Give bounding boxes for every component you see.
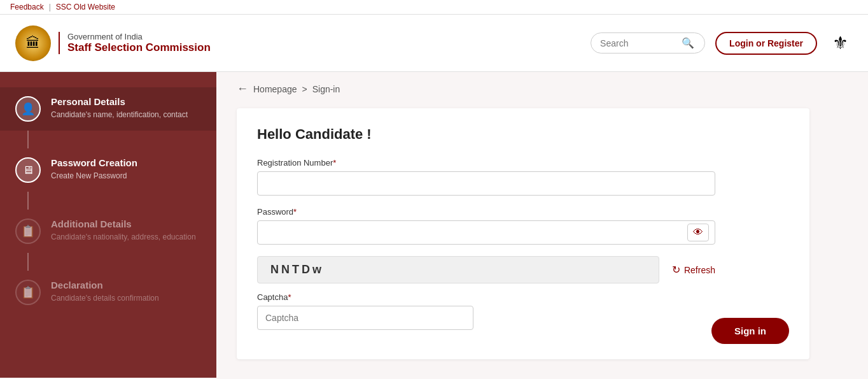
step-personal-title: Personal Details (51, 96, 201, 107)
password-wrapper: 👁 (257, 220, 715, 245)
logo-text: Government of India Staff Selection Comm… (59, 32, 211, 54)
sign-in-button[interactable]: Sign in (711, 318, 789, 344)
step-additional-title: Additional Details (51, 218, 201, 229)
connector-2 (27, 192, 29, 210)
step-declaration-icon: 📋 (15, 280, 41, 305)
password-input[interactable] (257, 220, 715, 245)
eye-icon: 👁 (693, 227, 703, 238)
refresh-icon: ↻ (672, 264, 680, 276)
captcha-input[interactable] (257, 306, 473, 330)
password-required: * (293, 207, 297, 217)
step-password-icon: 🖥 (15, 157, 41, 183)
step-declaration-subtitle: Candidate's details confirmation (51, 293, 201, 304)
registration-required: * (333, 158, 336, 168)
registration-input[interactable] (257, 171, 715, 196)
step-additional-details: 📋 Additional Details Candidate's nationa… (0, 210, 216, 253)
header-right: 🔍 Login or Register ⚜ (591, 27, 853, 59)
breadcrumb-current: Sign-in (312, 84, 340, 94)
step-additional-content: Additional Details Candidate's nationali… (51, 218, 201, 243)
step-password-creation[interactable]: 🖥 Password Creation Create New Password (0, 148, 216, 192)
step-personal-subtitle: Candidate's name, identification, contac… (51, 110, 201, 120)
registration-label: Registration Number* (257, 158, 789, 168)
ssc-emblem: 🏛 (15, 25, 51, 61)
step-additional-icon: 📋 (15, 218, 41, 244)
step-declaration-content: Declaration Candidate's details confirma… (51, 280, 201, 304)
logo-section: 🏛 Government of India Staff Selection Co… (15, 25, 211, 61)
login-register-button[interactable]: Login or Register (715, 32, 817, 55)
ashoka-emblem: ⚜ (827, 27, 853, 59)
registration-group: Registration Number* (257, 158, 789, 196)
step-password-title: Password Creation (51, 157, 201, 168)
step-password-content: Password Creation Create New Password (51, 157, 201, 182)
main-layout: 👤 Personal Details Candidate's name, ide… (0, 72, 868, 378)
content-area: ← Homepage > Sign-in Hello Candidate ! R… (216, 72, 868, 378)
commission-label: Staff Selection Commission (67, 41, 211, 54)
utility-separator: | (49, 3, 51, 11)
refresh-captcha-button[interactable]: ↻ Refresh (672, 264, 715, 276)
password-label: Password* (257, 207, 789, 217)
sidebar: 👤 Personal Details Candidate's name, ide… (0, 72, 216, 378)
step-additional-subtitle: Candidate's nationality, address, educat… (51, 232, 201, 243)
password-group: Password* 👁 (257, 207, 789, 245)
connector-3 (27, 253, 29, 271)
connector-1 (27, 131, 29, 148)
captcha-group: Captcha* (257, 292, 789, 330)
utility-bar: Feedback | SSC Old Website (0, 0, 868, 15)
captcha-required: * (288, 292, 291, 302)
captcha-display: NNTDw (257, 256, 659, 283)
breadcrumb-separator: > (302, 84, 307, 94)
step-declaration-title: Declaration (51, 280, 201, 290)
toggle-password-button[interactable]: 👁 (687, 224, 709, 241)
captcha-display-row: NNTDw ↻ Refresh (257, 256, 715, 283)
form-title: Hello Candidate ! (257, 126, 789, 143)
signin-form-card: Hello Candidate ! Registration Number* P… (237, 108, 809, 359)
homepage-link[interactable]: Homepage (253, 84, 297, 94)
header: 🏛 Government of India Staff Selection Co… (0, 15, 868, 72)
search-box[interactable]: 🔍 (591, 32, 705, 54)
gov-label: Government of India (67, 32, 211, 41)
step-password-subtitle: Create New Password (51, 171, 201, 182)
feedback-link[interactable]: Feedback (10, 3, 44, 11)
search-icon: 🔍 (682, 37, 694, 49)
step-personal-details[interactable]: 👤 Personal Details Candidate's name, ide… (0, 87, 216, 131)
back-arrow[interactable]: ← (237, 82, 248, 96)
refresh-label: Refresh (684, 265, 715, 275)
step-personal-content: Personal Details Candidate's name, ident… (51, 96, 201, 120)
old-website-link[interactable]: SSC Old Website (56, 3, 115, 11)
breadcrumb: ← Homepage > Sign-in (237, 82, 848, 96)
step-declaration: 📋 Declaration Candidate's details confir… (0, 271, 216, 314)
search-input[interactable] (600, 38, 676, 48)
step-personal-icon: 👤 (15, 96, 41, 122)
captcha-label: Captcha* (257, 292, 789, 302)
